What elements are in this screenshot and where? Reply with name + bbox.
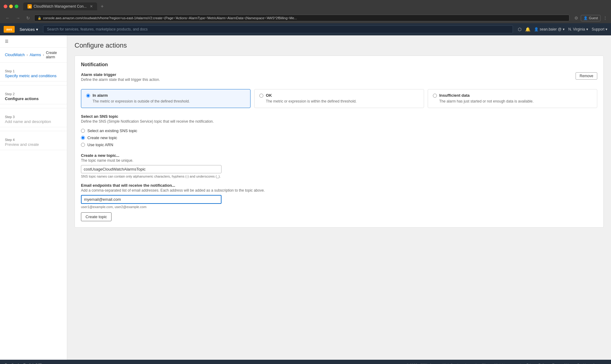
step-4-item[interactable]: Step 4 Preview and create — [0, 135, 67, 150]
step-1-item[interactable]: Step 1 Specify metric and conditions — [0, 66, 67, 81]
aws-nav-right: ⬡ 🔔 👤 sean.baier @ ▾ N. Virginia ▾ Suppo… — [518, 27, 607, 32]
step-4-label: Step 4 — [5, 138, 62, 142]
sns-arn-radio[interactable] — [81, 143, 85, 147]
alarm-state-insufficient-radio[interactable] — [433, 94, 437, 98]
tab-title: CloudWatch Management Con... — [34, 4, 87, 9]
sidebar: ☰ CloudWatch › Alarms › Create alarm Ste… — [0, 35, 67, 360]
new-topic-label: Create a new topic... — [81, 153, 597, 158]
feedback-link[interactable]: Feedback — [5, 363, 20, 364]
remove-btn[interactable]: Remove — [576, 72, 597, 80]
create-topic-btn[interactable]: Create topic — [81, 212, 112, 221]
language-chevron-icon: ▾ — [43, 363, 45, 364]
footer-right: © 2008 - 2021, Amazon Web Services, Inc.… — [406, 363, 606, 364]
cookie-preferences-link[interactable]: Cookie preferences — [577, 363, 606, 364]
aws-logo-text: aws — [6, 28, 12, 31]
forward-btn[interactable]: → — [14, 15, 22, 21]
profile-icon: 👤 — [584, 16, 588, 20]
step-2-title: Configure actions — [5, 96, 62, 101]
new-tab-btn[interactable]: + — [101, 4, 104, 9]
breadcrumb-sep-2: › — [43, 53, 44, 57]
sns-new-radio[interactable] — [81, 136, 85, 140]
privacy-policy-link[interactable]: Privacy Policy — [526, 363, 547, 364]
lock-icon: 🔒 — [38, 16, 41, 20]
alarm-state-in-alarm-radio[interactable] — [86, 94, 90, 98]
refresh-btn[interactable]: ↻ — [24, 15, 32, 21]
sns-desc: Define the SNS (Simple Notification Serv… — [81, 119, 597, 124]
notification-card-title: Notification — [81, 62, 597, 67]
sidebar-toggle-btn[interactable]: ☰ — [0, 35, 67, 48]
sns-arn-label[interactable]: Use topic ARN — [87, 142, 113, 147]
user-menu-btn[interactable]: 👤 sean.baier @ ▾ — [534, 27, 565, 31]
sns-option-existing[interactable]: Select an existing SNS topic — [81, 127, 597, 134]
main-layout: ☰ CloudWatch › Alarms › Create alarm Ste… — [0, 35, 611, 360]
aws-logo: aws — [4, 26, 15, 33]
topic-name-hint: SNS topic names can contain only alphanu… — [81, 175, 597, 178]
step-3-item[interactable]: Step 3 Add name and description — [0, 112, 67, 127]
alarm-state-ok-text: OK The metric or expression is within th… — [266, 93, 357, 104]
user-chevron-icon: ▾ — [563, 27, 565, 31]
email-input[interactable] — [81, 195, 221, 204]
alarm-state-trigger-label: Alarm state trigger — [81, 72, 160, 77]
email-endpoints-section: Email endpoints that will receive the no… — [81, 183, 597, 209]
alarm-state-trigger-label-group: Alarm state trigger Define the alarm sta… — [81, 72, 160, 85]
notifications-icon[interactable]: 🔔 — [525, 27, 530, 32]
guest-profile-btn[interactable]: 👤 Guest — [581, 15, 601, 21]
email-label: Email endpoints that will receive the no… — [81, 183, 597, 188]
alarm-state-in-alarm-card[interactable]: In alarm The metric or expression is out… — [81, 89, 251, 108]
window-controls — [4, 5, 18, 8]
services-menu-btn[interactable]: Services ▾ — [20, 27, 38, 32]
sns-new-label[interactable]: Create new topic — [87, 135, 117, 140]
step-3-label: Step 3 — [5, 115, 62, 119]
terms-of-use-link[interactable]: Terms of Use — [552, 363, 572, 364]
region-chevron-icon: ▾ — [586, 27, 588, 31]
step-1-title: Specify metric and conditions — [5, 74, 62, 78]
content-area: Configure actions Notification Alarm sta… — [67, 35, 611, 360]
region-selector[interactable]: N. Virginia ▾ — [568, 27, 588, 31]
alarm-state-insufficient-title: Insufficient data — [439, 93, 534, 98]
alarm-state-trigger-row: Alarm state trigger Define the alarm sta… — [81, 72, 597, 85]
services-chevron-icon: ▾ — [36, 27, 38, 32]
address-bar[interactable]: 🔒 console.aws.amazon.com/cloudwatch/home… — [34, 15, 569, 21]
alarm-state-ok-radio[interactable] — [259, 94, 263, 98]
sns-existing-radio[interactable] — [81, 129, 85, 133]
sns-option-arn[interactable]: Use topic ARN — [81, 141, 597, 148]
aws-top-nav: aws Services ▾ ⬡ 🔔 👤 sean.baier @ ▾ N. V… — [0, 23, 611, 35]
minimize-window-btn[interactable] — [9, 5, 13, 8]
support-menu-btn[interactable]: Support ▾ — [592, 27, 607, 31]
breadcrumb-cloudwatch-link[interactable]: CloudWatch — [5, 53, 25, 57]
browser-window: ☁ CloudWatch Management Con... ✕ + ← → ↻… — [0, 0, 611, 23]
aws-footer: Feedback English (US) ▾ © 2008 - 2021, A… — [0, 360, 611, 364]
browser-tab[interactable]: ☁ CloudWatch Management Con... ✕ — [23, 2, 97, 10]
step-1-label: Step 1 — [5, 69, 62, 73]
back-btn[interactable]: ← — [4, 15, 12, 21]
close-window-btn[interactable] — [4, 5, 7, 8]
topic-name-input[interactable] — [81, 165, 221, 173]
alarm-state-in-alarm-text: In alarm The metric or expression is out… — [93, 93, 190, 104]
alarm-state-insufficient-text: Insufficient data The alarm has just sta… — [439, 93, 534, 104]
language-selector[interactable]: English (US) ▾ — [24, 363, 45, 364]
language-label: English (US) — [24, 363, 42, 364]
aws-logo-icon: aws — [4, 26, 15, 33]
aws-search-input[interactable] — [43, 25, 513, 33]
maximize-window-btn[interactable] — [15, 5, 18, 8]
extensions-icon[interactable]: ⚙ — [574, 16, 578, 20]
nav-right-icons: ⚙ 👤 Guest ⋮ — [574, 15, 607, 21]
email-desc: Add a comma-separated list of email addr… — [81, 188, 597, 193]
alarm-state-insufficient-card[interactable]: Insufficient data The alarm has just sta… — [428, 89, 597, 108]
url-text: console.aws.amazon.com/cloudwatch/home?r… — [43, 16, 297, 20]
alarm-state-ok-card[interactable]: OK The metric or expression is within th… — [254, 89, 424, 108]
user-name: sean.baier @ — [540, 27, 562, 31]
sns-option-new[interactable]: Create new topic — [81, 134, 597, 141]
step-2-item[interactable]: Step 2 Configure actions — [0, 89, 67, 104]
sns-existing-label[interactable]: Select an existing SNS topic — [87, 128, 137, 133]
sns-section: Select an SNS topic Define the SNS (Simp… — [81, 114, 597, 148]
alarm-state-trigger-desc: Define the alarm state that will trigger… — [81, 77, 160, 82]
breadcrumb: CloudWatch › Alarms › Create alarm — [0, 48, 67, 63]
browser-nav: ← → ↻ 🔒 console.aws.amazon.com/cloudwatc… — [0, 13, 611, 23]
more-options-icon[interactable]: ⋮ — [603, 16, 607, 20]
breadcrumb-alarms-link[interactable]: Alarms — [30, 53, 41, 57]
terminal-icon[interactable]: ⬡ — [518, 27, 521, 32]
step-3-title: Add name and description — [5, 119, 62, 124]
tab-close-btn[interactable]: ✕ — [90, 4, 93, 9]
support-label: Support — [592, 27, 605, 31]
